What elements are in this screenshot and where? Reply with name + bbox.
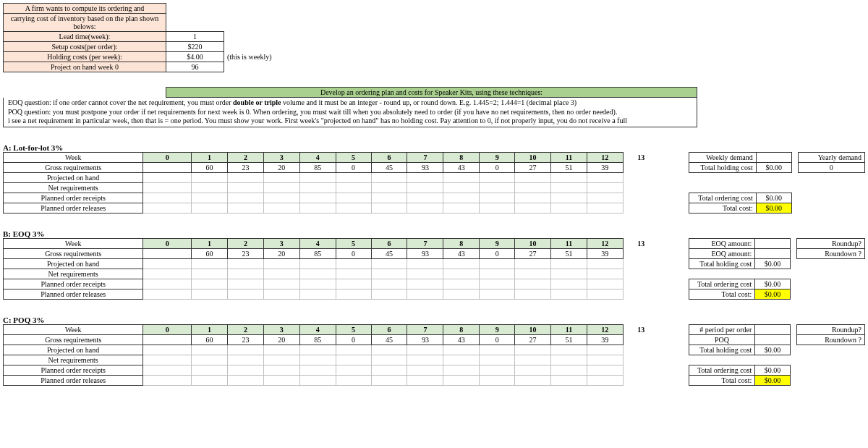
weekly-demand-val[interactable] xyxy=(756,152,791,162)
cell[interactable] xyxy=(443,172,480,182)
cell[interactable] xyxy=(263,375,299,385)
cell[interactable] xyxy=(407,258,443,269)
cell[interactable]: 0 xyxy=(336,334,371,345)
cell[interactable] xyxy=(143,193,192,203)
cell[interactable] xyxy=(480,365,515,375)
cell[interactable] xyxy=(480,289,515,299)
param-onhand-val[interactable]: 96 xyxy=(166,62,224,72)
cell[interactable] xyxy=(515,365,551,375)
cell[interactable] xyxy=(228,289,264,299)
cell[interactable] xyxy=(480,375,515,385)
cell[interactable] xyxy=(623,172,659,182)
cell[interactable] xyxy=(371,375,407,385)
cell[interactable]: 43 xyxy=(443,162,480,172)
cell[interactable] xyxy=(587,203,623,213)
cell[interactable] xyxy=(228,345,264,355)
cell[interactable]: 20 xyxy=(263,248,299,258)
cell[interactable] xyxy=(336,172,371,182)
cell[interactable] xyxy=(587,289,623,299)
cell[interactable] xyxy=(192,182,228,193)
cell[interactable] xyxy=(371,182,407,193)
plan-table-c[interactable]: Week 0 123456789101112 13 Gross requirem… xyxy=(3,324,660,386)
param-holding-label[interactable]: Holding costs (per week): xyxy=(4,52,166,62)
cell[interactable] xyxy=(192,269,228,279)
cell[interactable] xyxy=(263,345,299,355)
cell[interactable] xyxy=(143,172,192,182)
cell[interactable] xyxy=(228,365,264,375)
cell[interactable] xyxy=(371,289,407,299)
cell[interactable] xyxy=(407,365,443,375)
cell[interactable] xyxy=(480,279,515,289)
cell[interactable] xyxy=(336,345,371,355)
cell[interactable]: 93 xyxy=(407,248,443,258)
cell[interactable] xyxy=(480,258,515,269)
cell[interactable] xyxy=(407,172,443,182)
cell[interactable] xyxy=(299,269,336,279)
cell[interactable] xyxy=(263,203,299,213)
cell[interactable] xyxy=(299,193,336,203)
yearly-demand-val[interactable]: 0 xyxy=(798,162,864,172)
param-leadtime-label[interactable]: Lead time(week): xyxy=(4,32,166,42)
cell[interactable] xyxy=(407,269,443,279)
cell[interactable]: 0 xyxy=(336,162,371,172)
cell[interactable] xyxy=(263,365,299,375)
total-ordering-val[interactable]: $0.00 xyxy=(756,193,791,203)
cell[interactable] xyxy=(192,355,228,365)
total-holding-val[interactable]: $0.00 xyxy=(756,162,791,172)
cell[interactable] xyxy=(336,355,371,365)
cell[interactable] xyxy=(587,193,623,203)
cell[interactable] xyxy=(299,355,336,365)
cell[interactable] xyxy=(143,289,192,299)
cell[interactable] xyxy=(143,269,192,279)
cell[interactable] xyxy=(623,345,659,355)
cell[interactable] xyxy=(587,269,623,279)
cell[interactable] xyxy=(480,345,515,355)
cell[interactable] xyxy=(551,193,587,203)
cell[interactable] xyxy=(515,289,551,299)
cell[interactable] xyxy=(228,203,264,213)
cell[interactable]: 43 xyxy=(443,334,480,345)
cell[interactable] xyxy=(407,345,443,355)
cell[interactable] xyxy=(228,375,264,385)
cell[interactable] xyxy=(623,375,659,385)
cell[interactable] xyxy=(515,269,551,279)
param-setup-label[interactable]: Setup costs(per order): xyxy=(4,42,166,52)
cell[interactable] xyxy=(551,182,587,193)
cell[interactable] xyxy=(551,279,587,289)
cell[interactable] xyxy=(336,289,371,299)
cell[interactable] xyxy=(623,193,659,203)
cell[interactable] xyxy=(263,258,299,269)
cell[interactable] xyxy=(587,355,623,365)
cell[interactable] xyxy=(371,279,407,289)
cell[interactable]: 39 xyxy=(587,248,623,258)
cell[interactable] xyxy=(515,182,551,193)
cell[interactable] xyxy=(515,172,551,182)
cell[interactable] xyxy=(371,258,407,269)
cell[interactable] xyxy=(623,248,659,258)
cell[interactable] xyxy=(407,279,443,289)
cell[interactable] xyxy=(336,203,371,213)
cell[interactable] xyxy=(407,289,443,299)
eoq-amount-val[interactable] xyxy=(755,238,791,248)
cell[interactable] xyxy=(336,182,371,193)
cell[interactable] xyxy=(407,193,443,203)
cell[interactable] xyxy=(299,279,336,289)
cell[interactable]: 0 xyxy=(480,248,515,258)
cell[interactable] xyxy=(480,182,515,193)
total-cost-val[interactable]: $0.00 xyxy=(755,375,791,385)
cell[interactable] xyxy=(623,258,659,269)
cell[interactable] xyxy=(143,355,192,365)
cell[interactable] xyxy=(515,355,551,365)
cell[interactable] xyxy=(192,258,228,269)
cell[interactable] xyxy=(299,258,336,269)
cell[interactable] xyxy=(263,279,299,289)
cell[interactable]: 23 xyxy=(228,334,264,345)
cell[interactable] xyxy=(263,269,299,279)
cell[interactable] xyxy=(623,203,659,213)
cell[interactable] xyxy=(407,182,443,193)
cell[interactable] xyxy=(263,355,299,365)
cell[interactable] xyxy=(143,258,192,269)
cell[interactable] xyxy=(143,345,192,355)
cell[interactable] xyxy=(143,365,192,375)
cell[interactable]: 0 xyxy=(336,248,371,258)
